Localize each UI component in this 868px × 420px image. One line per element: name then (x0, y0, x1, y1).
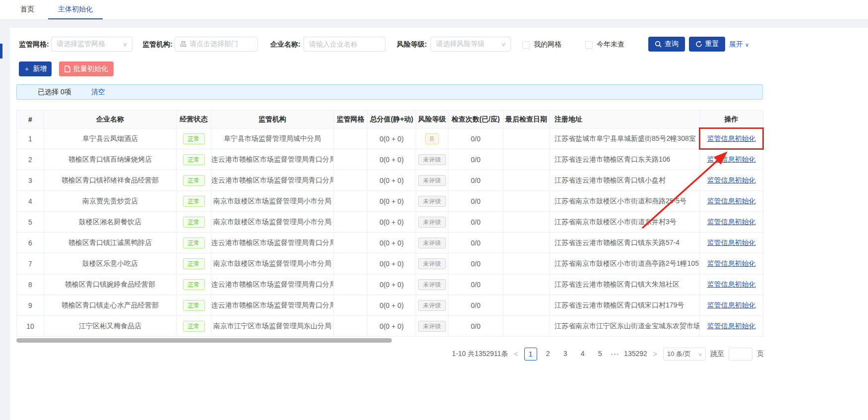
table-row: 7鼓楼区乐意小吃店正常南京市鼓楼区市场监督管理局小市分局0(0 + 0)未评级0… (17, 253, 763, 274)
init-supervision-link[interactable]: 监管信息初始化 (707, 176, 756, 184)
score-cell: 0(0 + 0) (368, 316, 416, 337)
my-grid-checkbox[interactable]: 我的网格 (522, 40, 561, 49)
company-name: 江宁区彬又梅食品店 (44, 316, 177, 337)
column-header-3: 监管机构 (211, 111, 334, 128)
org-name: 连云港市赣榆区市场监督管理局青口分局 (211, 295, 334, 316)
risk-badge: 未评级 (418, 238, 446, 248)
search-button[interactable]: 查询 (648, 37, 685, 52)
grid-cell (334, 128, 368, 149)
last-date-cell (503, 149, 550, 170)
org-name: 连云港市赣榆区市场监督管理局青口分局 (211, 274, 334, 295)
reset-button[interactable]: 重置 (689, 37, 725, 52)
last-date-cell (503, 191, 550, 212)
page-size-select[interactable]: 10 条/页 ∨ (663, 348, 706, 360)
checks-cell: 0/0 (448, 128, 503, 149)
expand-toggle[interactable]: 展开 ∨ (729, 40, 749, 49)
init-supervision-link[interactable]: 监管信息初始化 (707, 280, 756, 288)
address-cell: 江苏省连云港市赣榆区青口镇小盘村 (550, 170, 700, 191)
checks-cell: 0/0 (448, 191, 503, 212)
last-page-button[interactable]: 135292 (624, 348, 647, 360)
column-header-1: 企业名称 (44, 111, 177, 128)
page-button-1[interactable]: 1 (524, 348, 537, 360)
risk-cell: 未评级 (416, 295, 448, 316)
column-header-4: 监管网格 (334, 111, 368, 128)
year-unchecked-label: 今年未查 (597, 40, 624, 49)
clear-selection-link[interactable]: 清空 (91, 88, 105, 97)
selection-bar: 已选择 0项 清空 (16, 84, 763, 100)
status-badge: 正常 (183, 196, 205, 207)
table-row: 9赣榆区青口镇走心水产品经营部正常连云港市赣榆区市场监督管理局青口分局0(0 +… (17, 295, 763, 316)
pagination-ellipsis[interactable]: ••• (611, 351, 620, 357)
page-button-3[interactable]: 3 (559, 348, 572, 360)
table-header-row: #企业名称经营状态监管机构监管网格总分值(静+动)风险等级检查次数(已/应)最后… (17, 111, 763, 128)
column-header-0: # (17, 111, 44, 128)
table-row: 3赣榆区青口镇祁绪祥食品经营部正常连云港市赣榆区市场监督管理局青口分局0(0 +… (17, 170, 763, 191)
org-name: 阜宁县市场监督管理局城中分局 (211, 128, 334, 149)
company-name: 赣榆区青口镇江诚黑鸭脖店 (44, 233, 177, 253)
page-button-5[interactable]: 5 (594, 348, 607, 360)
checks-cell: 0/0 (448, 253, 503, 274)
batch-init-button[interactable]: 批量初始化 (59, 61, 114, 76)
risk-select[interactable]: 请选择风险等级 ∨ (431, 37, 511, 52)
org-name: 连云港市赣榆区市场监督管理局青口分局 (211, 149, 334, 170)
init-supervision-link[interactable]: 监管信息初始化 (707, 322, 756, 330)
checkbox-box[interactable] (522, 41, 530, 49)
last-date-cell (503, 274, 550, 295)
column-header-9: 注册地址 (550, 111, 700, 128)
org-input-placeholder: 请点击选择部门 (189, 40, 252, 49)
org-name: 连云港市赣榆区市场监督管理局青口分局 (211, 233, 334, 253)
jump-page-input[interactable] (729, 348, 752, 360)
company-name-input[interactable] (304, 37, 385, 52)
row-index: 9 (17, 295, 44, 316)
row-index: 3 (17, 170, 44, 191)
next-page-icon[interactable]: > (652, 350, 659, 358)
tab-subject-init[interactable]: 主体初始化 (48, 0, 103, 19)
column-header-7: 检查次数(已/应) (448, 111, 503, 128)
checks-cell: 0/0 (448, 170, 503, 191)
risk-cell: 未评级 (416, 149, 448, 170)
tab-home[interactable]: 首页 (15, 0, 40, 19)
last-date-cell (503, 170, 550, 191)
grid-select[interactable]: 请选择监管网格 ∨ (51, 37, 132, 52)
init-supervision-link[interactable]: 监管信息初始化 (707, 197, 756, 205)
prev-page-icon[interactable]: < (512, 350, 519, 358)
org-filter-label: 监管机构: (142, 40, 173, 49)
year-unchecked-checkbox[interactable]: 今年未查 (585, 40, 624, 49)
pagination: 1-10 共1352911条 < 12345 ••• 135292 > 10 条… (452, 347, 764, 361)
checks-cell: 0/0 (448, 212, 503, 233)
risk-cell: 未评级 (416, 253, 448, 274)
org-name: 南京市鼓楼区市场监督管理局小市分局 (211, 191, 334, 212)
row-index: 8 (17, 274, 44, 295)
score-cell: 0(0 + 0) (368, 191, 416, 212)
init-supervision-link[interactable]: 监管信息初始化 (707, 301, 756, 309)
search-icon (655, 41, 662, 48)
init-supervision-link[interactable]: 监管信息初始化 (707, 155, 756, 163)
risk-cell: 未评级 (416, 212, 448, 233)
page-button-2[interactable]: 2 (542, 348, 555, 360)
checkbox-box[interactable] (585, 41, 593, 49)
init-supervision-link[interactable]: 监管信息初始化 (707, 239, 756, 246)
row-index: 10 (17, 316, 44, 337)
address-cell: 江苏省连云港市赣榆区青口镇宋口村179号 (550, 295, 700, 316)
init-supervision-link[interactable]: 监管信息初始化 (707, 218, 756, 226)
row-index: 2 (17, 149, 44, 170)
horizontal-scrollbar[interactable] (16, 338, 392, 343)
checks-cell: 0/0 (448, 316, 503, 337)
add-button-label: 新增 (33, 64, 47, 73)
grid-cell (334, 233, 368, 253)
address-cell: 江苏省连云港市赣榆区青口镇大朱旭社区 (550, 274, 700, 295)
add-button[interactable]: ＋ 新增 (19, 61, 52, 76)
status-cell: 正常 (177, 212, 211, 233)
column-header-6: 风险等级 (416, 111, 448, 128)
expand-label: 展开 (729, 40, 743, 48)
org-input[interactable]: 品 请点击选择部门 (175, 37, 258, 52)
status-badge: 正常 (183, 175, 205, 186)
status-cell: 正常 (177, 128, 211, 149)
score-cell: 0(0 + 0) (368, 149, 416, 170)
page-button-4[interactable]: 4 (576, 348, 589, 360)
status-badge: 正常 (183, 217, 205, 228)
init-supervision-link[interactable]: 监管信息初始化 (707, 134, 756, 142)
risk-badge: 未评级 (418, 196, 446, 207)
init-supervision-link[interactable]: 监管信息初始化 (707, 259, 756, 267)
grid-cell (334, 274, 368, 295)
